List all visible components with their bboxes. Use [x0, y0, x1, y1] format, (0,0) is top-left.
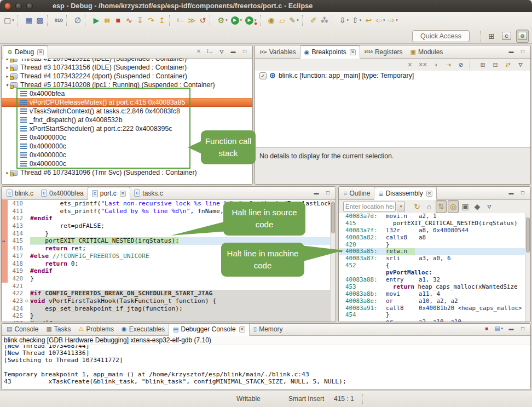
- tab-debugger-console[interactable]: ▤Debugger Console✕: [169, 323, 250, 336]
- tab-0x4000bfea[interactable]: c0x4000bfea: [37, 187, 88, 199]
- maximize-icon[interactable]: □: [241, 47, 248, 56]
- stack-frame-row[interactable]: vTaskSwitchContext() at tasks.c:2,846 0x…: [2, 107, 252, 116]
- quick-access-button[interactable]: Quick Access: [412, 30, 470, 42]
- minimize-icon[interactable]: ▬: [507, 188, 515, 197]
- terminate-and-relaunch-icon[interactable]: ↺: [197, 14, 208, 27]
- tab-tasks[interactable]: ▦Tasks: [42, 323, 74, 335]
- code-line[interactable]: 424 esp_set_breakpoint_if_jtag(function)…: [2, 305, 330, 313]
- debug-thread-row[interactable]: ▸Thread #2 1073413912 (IDLE) (Suspended …: [2, 59, 252, 63]
- window-close-button[interactable]: [4, 3, 11, 9]
- maximize-icon[interactable]: □: [519, 324, 527, 333]
- view-menu-icon[interactable]: ▽: [515, 60, 526, 70]
- disassembly-line[interactable]: 40083a82:callx8a8: [339, 234, 525, 242]
- view-menu-icon[interactable]: ▽: [218, 47, 225, 56]
- refresh-icon[interactable]: ↻: [412, 200, 423, 213]
- disassembly-line[interactable]: 40083a8e:ora10, a2, a2: [339, 298, 525, 305]
- terminate-icon[interactable]: ■: [113, 14, 124, 27]
- disconnect-icon[interactable]: ∿: [124, 14, 135, 27]
- close-tab-icon[interactable]: ✕: [37, 49, 44, 55]
- go-to-file-icon[interactable]: ⇥: [443, 60, 454, 70]
- maximize-icon[interactable]: □: [519, 47, 527, 56]
- remove-all-breakpoints-icon[interactable]: ✕✕: [417, 60, 429, 70]
- tab-blink-c[interactable]: cblink.c: [3, 187, 37, 199]
- breakpoint-row[interactable]: ✓blink.c [function: app_main] [type: Tem…: [255, 71, 530, 81]
- tab-modules[interactable]: ▣Modules: [407, 45, 447, 58]
- close-tab-icon[interactable]: ✕: [426, 191, 433, 197]
- debug-thread-row[interactable]: ▸Thread #4 1073432224 (dport) (Suspended…: [2, 72, 252, 81]
- remove-breakpoint-icon[interactable]: ✕: [404, 60, 415, 70]
- maximize-icon[interactable]: □: [519, 188, 527, 197]
- debug-perspective-icon[interactable]: ⚙: [516, 30, 529, 43]
- tab-variables[interactable]: (x)=Variables: [256, 45, 300, 58]
- instruction-stepping-icon[interactable]: i→: [175, 14, 186, 27]
- show-breakpoints-supported-icon[interactable]: ◑: [430, 60, 441, 70]
- disassembly-line[interactable]: 453 return heap_caps_malloc(xWantedSize: [339, 284, 525, 291]
- cpp-perspective-icon[interactable]: C: [500, 30, 513, 43]
- debug-thread-row[interactable]: ▸Thread #3 1073413156 (IDLE) (Suspended …: [2, 63, 252, 72]
- tab-tasks-c[interactable]: ctasks.c: [130, 187, 166, 199]
- minimize-icon[interactable]: ▬: [229, 47, 237, 56]
- open-type-icon[interactable]: ◉: [266, 14, 277, 27]
- maximize-icon[interactable]: □: [324, 188, 332, 197]
- tab-problems[interactable]: ⚠Problems: [75, 323, 118, 335]
- location-input[interactable]: [343, 202, 396, 211]
- suspend-icon[interactable]: ▮▮: [102, 14, 113, 27]
- step-into-icon[interactable]: ↧: [135, 14, 146, 27]
- code-line[interactable]: 425}: [2, 312, 330, 320]
- stack-frame-row[interactable]: vPortCPUReleaseMutex() at port.c:415 0x4…: [2, 98, 252, 107]
- tab-registers[interactable]: 1010Registers: [360, 45, 406, 58]
- tab-console[interactable]: ▤Console: [3, 323, 42, 335]
- disassembly-line[interactable]: 40083a91:call80x40081b20 <heap_caps_mall…: [339, 305, 525, 312]
- collapse-all-icon[interactable]: ⊟: [490, 60, 501, 70]
- breakpoints-list[interactable]: ✓blink.c [function: app_main] [type: Tem…: [255, 71, 530, 147]
- display-selected-console-icon[interactable]: ▤▾: [494, 324, 504, 333]
- code-line[interactable]: 421: [2, 283, 330, 290]
- link-with-debug-view-icon[interactable]: ⇄: [502, 60, 513, 70]
- previous-annotation-icon[interactable]: ⇧▾: [350, 14, 363, 27]
- debug-thread-row[interactable]: ▾Thread #5 1073410208 (ipc1 : Running) (…: [2, 81, 252, 89]
- view-menu-icon[interactable]: ▽: [484, 200, 495, 213]
- home-icon[interactable]: ⌂: [424, 200, 435, 213]
- fold-marker-icon[interactable]: ⊖: [25, 297, 30, 305]
- window-minimize-button[interactable]: [15, 3, 22, 9]
- stack-frame-row[interactable]: _frxt_dispatch() at 0x4008532b: [2, 116, 252, 124]
- back-icon[interactable]: ⇦▾: [374, 14, 386, 27]
- open-perspective-icon[interactable]: ⊞: [486, 30, 497, 43]
- next-annotation-icon[interactable]: ⇩▾: [338, 14, 350, 27]
- tab-disassembly[interactable]: ≣Disassembly✕: [374, 187, 437, 200]
- track-expression-icon[interactable]: ◎: [448, 200, 459, 213]
- external-tools-icon[interactable]: ▶▾: [244, 14, 258, 27]
- skip-all-breakpoints-icon[interactable]: ∅: [72, 14, 83, 27]
- tab-executables[interactable]: ◉Executables: [118, 323, 169, 335]
- disassembly-scrollbar-thumb[interactable]: [526, 217, 530, 253]
- skip-all-breakpoints-icon[interactable]: ⊘: [455, 60, 466, 70]
- terminate-icon[interactable]: ■: [483, 324, 490, 333]
- pin-icon[interactable]: ◆: [472, 200, 483, 213]
- disassembly-line[interactable]: 40083a8b:movia11, 4: [339, 291, 525, 298]
- tab-port-c[interactable]: cport.c✕: [88, 187, 131, 200]
- search-icon[interactable]: ✎▾: [288, 14, 300, 27]
- editor-scrollbar-thumb[interactable]: [331, 202, 335, 233]
- new-wizard-icon[interactable]: ▢▾: [2, 14, 16, 27]
- close-tab-icon[interactable]: ✕: [350, 49, 356, 55]
- disassembly-line[interactable]: ora2, a10, a10: [339, 319, 525, 322]
- stack-frame-row[interactable]: 0x4000bfea: [2, 89, 252, 98]
- debug-tree[interactable]: ▸Thread #2 1073413912 (IDLE) (Suspended …: [2, 59, 252, 184]
- open-new-view-icon[interactable]: ▣: [460, 200, 471, 213]
- close-tab-icon[interactable]: ✕: [120, 191, 126, 197]
- tab-outline[interactable]: ≡Outline: [340, 187, 374, 199]
- save-icon[interactable]: ▦: [24, 14, 34, 27]
- step-over-icon[interactable]: ↷: [146, 14, 157, 27]
- disassembly-line[interactable]: 40083a87:srlia3, a0, 6: [339, 255, 525, 262]
- open-resource-icon[interactable]: ▱: [277, 14, 288, 27]
- binary-icon[interactable]: 010: [53, 14, 65, 27]
- location-dropdown-icon[interactable]: ▾: [397, 202, 405, 211]
- breakpoint-checkbox[interactable]: ✓: [259, 72, 267, 79]
- last-edit-location-icon[interactable]: ↩: [363, 14, 374, 27]
- instruction-stepping-mode-icon[interactable]: i→: [206, 47, 214, 56]
- step-return-icon[interactable]: ↥: [157, 14, 167, 27]
- sync-with-active-context-icon[interactable]: ⇅: [436, 200, 447, 213]
- code-line[interactable]: 423⊖void vPortFirstTaskHook(TaskFunction…: [2, 297, 330, 305]
- code-line[interactable]: 426#endif: [2, 320, 330, 322]
- minimize-icon[interactable]: ▬: [507, 324, 515, 333]
